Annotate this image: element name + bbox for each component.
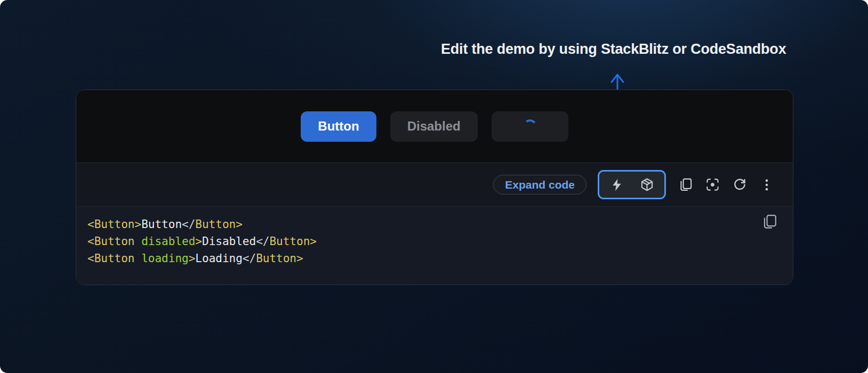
standalone-demo-button[interactable] <box>704 177 720 193</box>
codesandbox-cube-icon <box>640 177 654 192</box>
edit-demo-icon-group <box>598 170 666 199</box>
demo-stage: Button Disabled <box>76 90 793 163</box>
vertical-ellipsis-icon <box>760 178 774 192</box>
codesandbox-button[interactable] <box>639 177 655 193</box>
copy-icon <box>678 177 693 192</box>
annotation-title: Edit the demo by using StackBlitz or Cod… <box>441 41 786 58</box>
refresh-icon <box>733 177 747 192</box>
demo-disabled-button: Disabled <box>390 111 478 142</box>
copy-code-button[interactable] <box>677 177 693 193</box>
code-line: <Button loading>Loading</Button> <box>87 250 761 267</box>
code-lines: <Button>Button</Button><Button disabled>… <box>87 216 761 267</box>
stackblitz-button[interactable] <box>609 177 625 193</box>
loading-spinner-icon <box>522 118 537 134</box>
page-background: Edit the demo by using StackBlitz or Cod… <box>0 0 868 373</box>
demo-code-block: <Button>Button</Button><Button disabled>… <box>76 206 793 285</box>
demo-primary-button[interactable]: Button <box>301 111 376 142</box>
demo-card: Button Disabled Expand code <box>76 90 793 285</box>
more-actions-button[interactable] <box>759 177 775 193</box>
expand-code-button[interactable]: Expand code <box>493 175 586 194</box>
lightning-bolt-icon <box>610 178 624 192</box>
code-line: <Button>Button</Button> <box>87 216 761 233</box>
arrowhead-icon <box>612 75 623 82</box>
focus-frame-icon <box>705 177 720 192</box>
copy-icon <box>761 214 777 230</box>
refresh-demo-button[interactable] <box>732 177 748 193</box>
demo-toolbar: Expand code <box>76 163 793 206</box>
demo-loading-button[interactable] <box>492 111 568 142</box>
code-line: <Button disabled>Disabled</Button> <box>87 233 761 250</box>
copy-code-snippet-button[interactable] <box>761 214 778 231</box>
